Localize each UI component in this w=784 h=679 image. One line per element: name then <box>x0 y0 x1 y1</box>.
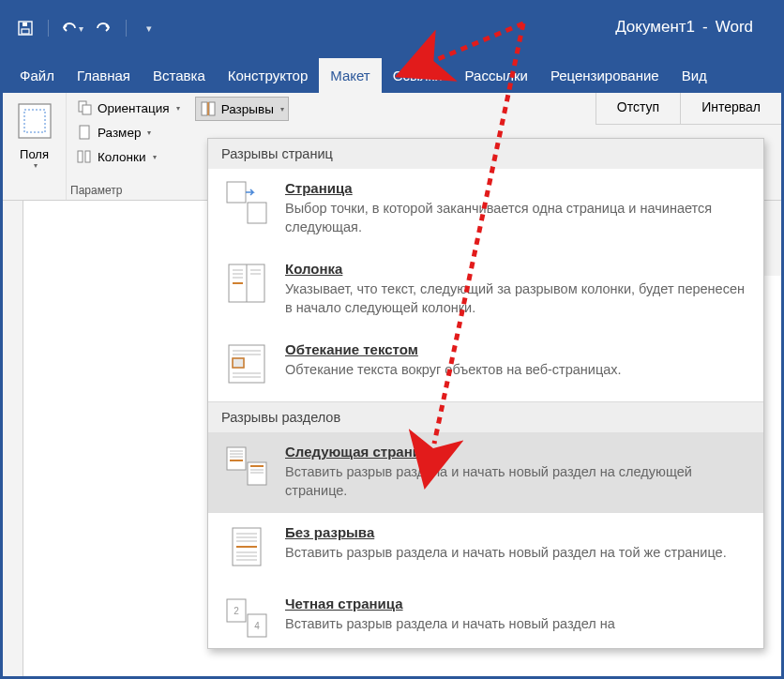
paragraph-group-headers: Отступ Интервал <box>596 93 781 125</box>
undo-icon <box>60 21 79 36</box>
ribbon-tabs: Файл Главная Вставка Конструктор Макет С… <box>3 53 781 93</box>
tab-layout[interactable]: Макет <box>319 58 381 93</box>
tab-view[interactable]: Вид <box>671 58 718 93</box>
break-even-desc: Вставить разрыв раздела и начать новый р… <box>285 615 750 634</box>
break-column-title: Колонка <box>285 261 750 277</box>
redo-button[interactable] <box>90 15 116 41</box>
group-caption: Параметр <box>70 184 122 197</box>
svg-rect-2 <box>23 23 27 26</box>
break-next-page-item[interactable]: Следующая страница Вставить разрыв разде… <box>208 432 763 513</box>
app-name: Word <box>716 18 753 37</box>
document-margin-left <box>3 201 23 676</box>
break-even-title: Четная страница <box>285 596 750 611</box>
svg-rect-13 <box>227 182 246 203</box>
breaks-dropdown: Разрывы страниц Страница Выбор точки, в … <box>207 138 764 649</box>
tab-insert[interactable]: Вставка <box>142 58 217 93</box>
column-break-icon <box>221 259 272 308</box>
customize-qat-button[interactable]: ▾ <box>136 15 162 41</box>
break-continuous-desc: Вставить разрыв раздела и начать новый р… <box>285 544 750 563</box>
text-wrap-break-icon <box>221 340 272 388</box>
columns-icon <box>76 148 93 165</box>
even-page-break-icon: 2 4 <box>221 594 272 642</box>
svg-rect-3 <box>19 104 51 138</box>
svg-rect-1 <box>22 29 29 34</box>
chevron-down-icon: ▾ <box>147 128 151 137</box>
svg-text:2: 2 <box>234 606 239 616</box>
svg-rect-9 <box>85 151 90 162</box>
chevron-down-icon: ▾ <box>176 104 180 113</box>
undo-button[interactable]: ▾ <box>58 15 84 41</box>
size-label: Размер <box>98 126 141 140</box>
spacing-label: Интервал <box>680 93 781 124</box>
break-wrap-title: Обтекание текстом <box>285 341 750 357</box>
svg-rect-14 <box>248 203 266 223</box>
svg-rect-7 <box>80 126 89 139</box>
section-header-section-breaks: Разрывы разделов <box>208 401 763 432</box>
columns-label: Колонки <box>98 150 146 164</box>
columns-button[interactable]: Колонки ▾ <box>72 145 184 168</box>
tab-home[interactable]: Главная <box>66 58 142 93</box>
orientation-icon <box>76 99 93 116</box>
break-column-desc: Указывает, что текст, следующий за разры… <box>285 280 750 317</box>
break-page-desc: Выбор точки, в которой заканчивается одн… <box>285 200 750 236</box>
page-break-icon <box>221 178 272 227</box>
section-header-page-breaks: Разрывы страниц <box>208 139 763 169</box>
chevron-down-icon: ▾ <box>34 161 38 170</box>
chevron-down-icon: ▾ <box>280 105 284 113</box>
next-page-break-icon <box>221 442 272 490</box>
window-title: Документ1 - Word <box>615 18 753 37</box>
tab-design[interactable]: Конструктор <box>217 58 320 93</box>
save-icon <box>17 20 34 37</box>
margins-label: Поля <box>20 147 49 161</box>
title-separator: - <box>702 18 708 37</box>
break-page-item[interactable]: Страница Выбор точки, в которой заканчив… <box>208 169 763 249</box>
break-even-page-item[interactable]: 2 4 Четная страница Вставить разрыв разд… <box>208 584 763 648</box>
margins-icon <box>15 100 54 142</box>
indent-label: Отступ <box>596 93 680 124</box>
tab-file[interactable]: Файл <box>8 58 66 93</box>
chevron-down-icon: ▾ <box>153 153 157 161</box>
separator <box>126 20 127 37</box>
break-textwrap-item[interactable]: Обтекание текстом Обтекание текста вокру… <box>208 330 763 401</box>
svg-rect-6 <box>83 105 91 114</box>
separator <box>48 20 49 37</box>
titlebar: ▾ ▾ Документ1 - Word <box>3 3 781 53</box>
continuous-break-icon <box>221 522 272 571</box>
orientation-label: Ориентация <box>98 101 170 115</box>
svg-rect-10 <box>202 102 207 115</box>
breaks-icon <box>200 100 217 117</box>
svg-rect-26 <box>233 358 244 368</box>
break-wrap-desc: Обтекание текста вокруг объектов на веб-… <box>285 361 750 380</box>
margins-button[interactable]: Поля ▾ <box>3 93 67 200</box>
document-name: Документ1 <box>615 18 695 37</box>
breaks-button[interactable]: Разрывы ▾ <box>195 97 289 121</box>
break-next-title: Следующая страница <box>285 444 750 460</box>
chevron-down-icon[interactable]: ▾ <box>79 23 83 34</box>
svg-rect-8 <box>78 151 83 162</box>
break-next-desc: Вставить разрыв раздела и начать новый р… <box>285 463 750 500</box>
size-icon <box>76 124 93 141</box>
redo-icon <box>94 21 113 36</box>
chevron-down-icon: ▾ <box>146 23 152 35</box>
break-column-item[interactable]: Колонка Указывает, что текст, следующий … <box>208 249 763 330</box>
quick-access-toolbar: ▾ ▾ <box>12 15 162 41</box>
break-continuous-item[interactable]: Без разрыва Вставить разрыв раздела и на… <box>208 513 763 584</box>
tab-review[interactable]: Рецензирование <box>539 58 671 93</box>
breaks-label: Разрывы <box>221 102 274 116</box>
tab-mailings[interactable]: Рассылки <box>454 58 539 93</box>
svg-text:4: 4 <box>254 621 260 631</box>
save-button[interactable] <box>12 15 38 41</box>
size-button[interactable]: Размер ▾ <box>72 121 184 143</box>
break-continuous-title: Без разрыва <box>285 524 750 540</box>
break-page-title: Страница <box>285 180 750 196</box>
orientation-button[interactable]: Ориентация ▾ <box>72 97 184 119</box>
tab-references[interactable]: Ссылки <box>382 58 454 93</box>
svg-rect-11 <box>209 102 215 115</box>
